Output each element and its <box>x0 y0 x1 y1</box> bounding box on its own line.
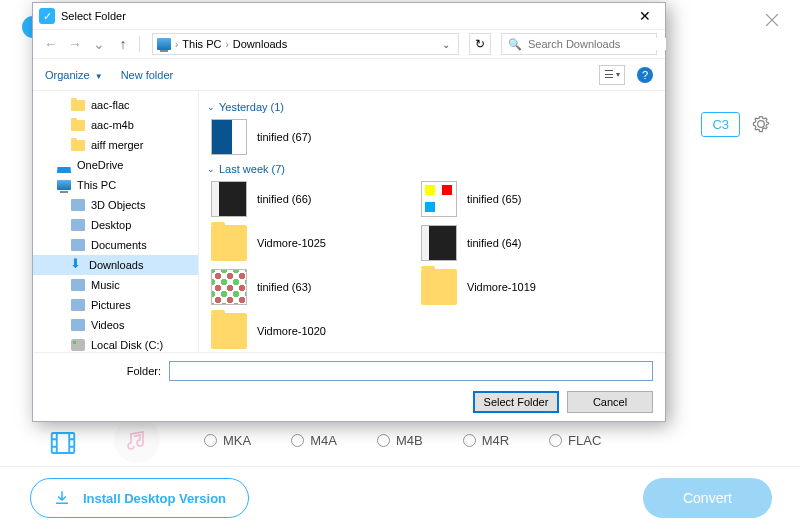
folder-item[interactable]: tinified (66) <box>207 177 417 221</box>
group-header[interactable]: ⌄Yesterday (1) <box>207 101 661 113</box>
radio-label: MKA <box>223 433 251 448</box>
tree-node-label: Music <box>91 279 120 291</box>
tree-node-downloads[interactable]: Downloads <box>33 255 198 275</box>
folder-name-input[interactable] <box>169 361 653 381</box>
dialog-close-button[interactable]: ✕ <box>631 6 659 26</box>
cancel-button[interactable]: Cancel <box>567 391 653 413</box>
pc-icon <box>157 38 171 50</box>
search-box[interactable]: 🔍 <box>501 33 657 55</box>
close-icon <box>762 10 782 30</box>
folder-item[interactable]: tinified (65) <box>417 177 627 221</box>
folder-icon <box>421 269 457 305</box>
tree-node-onedrive[interactable]: OneDrive <box>33 155 198 175</box>
format-radio-m4r[interactable]: M4R <box>463 433 509 448</box>
tree-node-label: 3D Objects <box>91 199 145 211</box>
tree-node-aiff-merger[interactable]: aiff merger <box>33 135 198 155</box>
folder-icon <box>421 181 457 217</box>
tree-node-local-disk-c-[interactable]: Local Disk (C:) <box>33 335 198 352</box>
app-close-button[interactable] <box>758 6 786 34</box>
organize-button[interactable]: Organize ▼ <box>45 69 103 81</box>
folder-item-label: tinified (65) <box>467 193 521 205</box>
tree-node-videos[interactable]: Videos <box>33 315 198 335</box>
help-button[interactable]: ? <box>637 67 653 83</box>
tree-node-music[interactable]: Music <box>33 275 198 295</box>
folder-item[interactable]: tinified (64) <box>417 221 627 265</box>
folder-item[interactable]: Vidmore-1025 <box>207 221 417 265</box>
new-folder-button[interactable]: New folder <box>121 69 174 81</box>
tree-node-aac-m4b[interactable]: aac-m4b <box>33 115 198 135</box>
dl-icon <box>71 259 83 271</box>
tree-node-pictures[interactable]: Pictures <box>33 295 198 315</box>
folder-content[interactable]: ⌄Yesterday (1)tinified (67)⌄Last week (7… <box>199 91 665 352</box>
dialog-title: Select Folder <box>61 10 126 22</box>
close-icon: ✕ <box>639 8 651 24</box>
dialog-body: aac-flacaac-m4baiff mergerOneDriveThis P… <box>33 91 665 352</box>
fold-icon <box>71 100 85 111</box>
video-format-tab[interactable] <box>40 420 86 466</box>
dialog-footer: Folder: Select Folder Cancel <box>33 352 665 421</box>
tree-node-this-pc[interactable]: This PC <box>33 175 198 195</box>
arrow-right-icon: → <box>68 36 82 52</box>
folder-item-label: tinified (63) <box>257 281 311 293</box>
breadcrumb-current[interactable]: Downloads <box>233 38 287 50</box>
nav-forward-button[interactable]: → <box>65 34 85 54</box>
tree-node-aac-flac[interactable]: aac-flac <box>33 95 198 115</box>
format-radio-m4a[interactable]: M4A <box>291 433 337 448</box>
group-header[interactable]: ⌄Last week (7) <box>207 163 661 175</box>
view-mode-button[interactable]: ☰▾ <box>599 65 625 85</box>
folder-item-label: tinified (66) <box>257 193 311 205</box>
folder-item[interactable]: Vidmore-1019 <box>417 265 627 309</box>
tree-node-label: aiff merger <box>91 139 143 151</box>
format-radio-mka[interactable]: MKA <box>204 433 251 448</box>
divider <box>0 466 800 467</box>
chevron-right-icon: › <box>173 39 180 50</box>
convert-label: Convert <box>683 490 732 506</box>
folder-icon <box>211 119 247 155</box>
gen-icon <box>71 319 85 331</box>
dialog-navbar: ← → ⌄ ↑ › This PC › Downloads ⌄ ↻ 🔍 <box>33 29 665 59</box>
search-icon: 🔍 <box>508 38 522 51</box>
group-items: tinified (66)tinified (65)Vidmore-1025ti… <box>207 177 661 352</box>
tree-node-desktop[interactable]: Desktop <box>33 215 198 235</box>
gen-icon <box>71 199 85 211</box>
refresh-icon: ↻ <box>475 37 485 51</box>
breadcrumb[interactable]: › This PC › Downloads ⌄ <box>152 33 459 55</box>
settings-button[interactable] <box>750 113 772 135</box>
chevron-right-icon: › <box>223 39 230 50</box>
search-input[interactable] <box>528 38 666 50</box>
folder-item-label: Vidmore-1019 <box>467 281 536 293</box>
audio-format-row: MKAM4AM4BM4RFLAC <box>114 420 772 460</box>
select-folder-button[interactable]: Select Folder <box>473 391 559 413</box>
download-icon <box>53 489 71 507</box>
od-icon <box>57 157 71 173</box>
nav-recent-button[interactable]: ⌄ <box>89 34 109 54</box>
install-desktop-button[interactable]: Install Desktop Version <box>30 478 249 518</box>
radio-icon <box>204 434 217 447</box>
breadcrumb-dropdown[interactable]: ⌄ <box>438 39 454 50</box>
install-desktop-label: Install Desktop Version <box>83 491 226 506</box>
folder-icon <box>211 313 247 349</box>
dialog-titlebar: Select Folder ✕ <box>33 3 665 29</box>
tree-node-documents[interactable]: Documents <box>33 235 198 255</box>
refresh-button[interactable]: ↻ <box>469 33 491 55</box>
nav-up-button[interactable]: ↑ <box>113 34 133 54</box>
nav-back-button[interactable]: ← <box>41 34 61 54</box>
folder-item[interactable]: tinified (63) <box>207 265 417 309</box>
format-selected[interactable]: C3 <box>701 112 740 137</box>
gen-icon <box>71 219 85 231</box>
folder-item[interactable]: Vidmore-1020 <box>207 309 417 352</box>
audio-format-tab[interactable] <box>114 417 160 463</box>
tree-node-label: Local Disk (C:) <box>91 339 163 351</box>
folder-item[interactable]: tinified (67) <box>207 115 417 159</box>
dialog-app-icon <box>39 8 55 24</box>
breadcrumb-root[interactable]: This PC <box>182 38 221 50</box>
convert-button[interactable]: Convert <box>643 478 772 518</box>
tree-node-3d-objects[interactable]: 3D Objects <box>33 195 198 215</box>
gen-icon <box>71 299 85 311</box>
format-radio-m4b[interactable]: M4B <box>377 433 423 448</box>
radio-icon <box>463 434 476 447</box>
folder-item-label: Vidmore-1025 <box>257 237 326 249</box>
format-radio-flac[interactable]: FLAC <box>549 433 601 448</box>
folder-tree[interactable]: aac-flacaac-m4baiff mergerOneDriveThis P… <box>33 91 199 352</box>
radio-icon <box>377 434 390 447</box>
